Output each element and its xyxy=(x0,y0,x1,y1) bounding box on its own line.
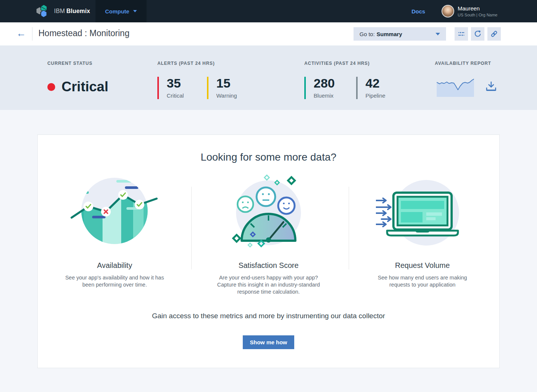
metric-alerts-critical: 35 Critical xyxy=(157,77,184,99)
metric-activities-bluemix: 280 Bluemix xyxy=(304,77,335,99)
download-report-button[interactable] xyxy=(484,79,499,94)
feature-description: See your app's availability and how it h… xyxy=(60,274,169,288)
status-value: Critical xyxy=(62,79,108,95)
metric-bar xyxy=(304,77,306,99)
download-icon xyxy=(484,79,499,94)
user-menu[interactable]: Maureen US South | Org Name xyxy=(442,5,497,18)
bluemix-logo-icon xyxy=(35,3,50,19)
features-row: Availability See your app's availability… xyxy=(38,174,499,295)
feature-title: Request Volume xyxy=(395,261,450,270)
alerts-label: ALERTS (PAST 24 HRS) xyxy=(157,61,215,66)
goto-dropdown[interactable]: Go to: Summary xyxy=(354,27,446,41)
status-band: CURRENT STATUS ALERTS (PAST 24 HRS) ACTI… xyxy=(0,45,537,110)
nav-menu-label: Compute xyxy=(105,8,129,15)
settings-sliders-button[interactable] xyxy=(455,27,468,41)
sliders-icon xyxy=(457,30,465,38)
availability-sparkline xyxy=(437,78,474,97)
link-icon xyxy=(490,30,498,38)
user-name: Maureen xyxy=(458,5,497,12)
metric-name: Critical xyxy=(167,92,184,99)
chevron-down-icon xyxy=(133,10,137,12)
metric-value: 280 xyxy=(314,77,335,89)
activities-label: ACTIVITIES (PAST 24 HRS) xyxy=(304,61,370,66)
chevron-down-icon xyxy=(436,33,440,35)
feature-title: Availability xyxy=(97,261,132,270)
card-heading: Looking for some more data? xyxy=(38,151,499,163)
back-button[interactable]: ← xyxy=(16,28,26,39)
avatar xyxy=(442,5,454,18)
metric-alerts-warning: 15 Warning xyxy=(207,77,237,99)
current-status: Critical xyxy=(47,79,108,95)
title-bar: ← Homestead : Monitoring Go to: Summary xyxy=(0,22,537,45)
top-navbar: IBMBluemix Compute Docs Maureen US South… xyxy=(0,0,537,22)
refresh-icon xyxy=(474,30,482,38)
status-dot-icon xyxy=(47,83,55,91)
metric-value: 35 xyxy=(167,77,184,89)
divider xyxy=(32,27,32,41)
goto-prefix: Go to: xyxy=(359,31,375,37)
feature-satisfaction-score: Satisfaction Score Are your end-users ha… xyxy=(192,174,346,295)
availability-illustration xyxy=(70,174,159,251)
metric-name: Pipeline xyxy=(365,92,385,99)
user-org: US South | Org Name xyxy=(458,13,497,17)
metric-name: Warning xyxy=(216,92,237,99)
metric-value: 15 xyxy=(216,77,237,89)
metric-bar xyxy=(207,77,208,99)
feature-request-volume: Request Volume See how many end users ar… xyxy=(345,174,499,295)
feature-description: See how many end users are making reques… xyxy=(372,274,473,288)
metric-name: Bluemix xyxy=(314,92,335,99)
metric-bar xyxy=(157,77,159,99)
metric-bar xyxy=(356,77,358,99)
main-card: Looking for some more data? xyxy=(37,135,500,368)
column-divider xyxy=(349,187,349,269)
request-volume-illustration xyxy=(376,174,469,251)
page-title: Homestead : Monitoring xyxy=(38,28,129,38)
brand-text: IBMBluemix xyxy=(54,8,90,15)
feature-description: Are your end-users happy with your app? … xyxy=(212,274,326,295)
availability-report-label: AVAILABILITY REPORT xyxy=(435,61,491,66)
link-button[interactable] xyxy=(487,27,501,41)
metric-activities-pipeline: 42 Pipeline xyxy=(356,77,385,99)
brand[interactable]: IBMBluemix xyxy=(35,3,90,19)
metric-value: 42 xyxy=(365,77,385,89)
feature-availability: Availability See your app's availability… xyxy=(38,174,192,295)
satisfaction-illustration xyxy=(227,174,310,251)
current-status-label: CURRENT STATUS xyxy=(47,61,92,66)
goto-value: Summary xyxy=(377,31,402,37)
column-divider xyxy=(191,187,192,269)
feature-title: Satisfaction Score xyxy=(238,261,298,270)
refresh-button[interactable] xyxy=(471,27,484,41)
docs-link[interactable]: Docs xyxy=(412,8,425,15)
show-me-how-button[interactable]: Show me how xyxy=(243,335,294,349)
nav-menu-compute[interactable]: Compute xyxy=(95,0,147,22)
cta-text: Gain access to these metrics and more by… xyxy=(38,312,499,320)
